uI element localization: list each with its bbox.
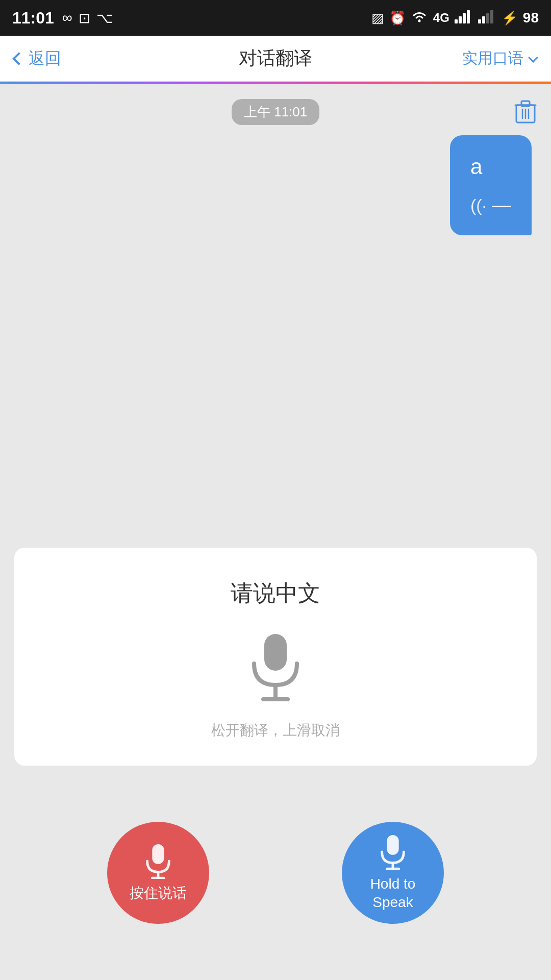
chat-bubble: a ((· — bbox=[450, 135, 532, 235]
svg-rect-11 bbox=[521, 101, 530, 106]
svg-rect-7 bbox=[486, 13, 489, 23]
svg-rect-21 bbox=[387, 835, 398, 855]
alarm-icon: ⏰ bbox=[389, 10, 406, 26]
vibrate-icon: ▨ bbox=[371, 10, 384, 26]
chinese-speak-button[interactable]: 按住说话 bbox=[107, 822, 209, 924]
microphone-icon bbox=[245, 629, 306, 700]
chevron-left-icon bbox=[12, 52, 25, 65]
svg-rect-5 bbox=[478, 19, 481, 23]
status-time: 11:01 bbox=[12, 9, 54, 28]
image-icon: ⊡ bbox=[79, 10, 90, 27]
nav-bar: 返回 对话翻译 实用口语 bbox=[0, 36, 551, 82]
chat-row: a ((· — bbox=[14, 135, 537, 235]
chevron-down-icon bbox=[528, 53, 538, 63]
audio-wave-icon: ((· bbox=[470, 192, 487, 218]
delete-button[interactable] bbox=[514, 99, 537, 130]
4g-icon: 4G bbox=[433, 11, 449, 25]
english-speak-button[interactable]: Hold to Speak bbox=[342, 822, 444, 924]
recording-title: 请说中文 bbox=[231, 578, 320, 608]
signal-bars2-icon bbox=[478, 9, 496, 27]
battery-level: 98 bbox=[523, 10, 539, 26]
useful-phrases-button[interactable]: 实用口语 bbox=[462, 48, 537, 69]
recording-hint: 松开翻译，上滑取消 bbox=[211, 721, 340, 740]
recording-card: 请说中文 松开翻译，上滑取消 bbox=[14, 548, 537, 766]
back-label: 返回 bbox=[29, 47, 61, 70]
chat-timestamp: 上午 11:01 bbox=[232, 99, 319, 125]
svg-rect-1 bbox=[455, 19, 458, 23]
bubble-audio: ((· — bbox=[470, 191, 511, 220]
audio-dash: — bbox=[492, 191, 511, 220]
nav-title: 对话翻译 bbox=[239, 46, 312, 71]
status-icons-right: ▨ ⏰ 4G ⚡ bbox=[371, 9, 539, 27]
svg-rect-3 bbox=[463, 13, 466, 23]
useful-phrases-label: 实用口语 bbox=[462, 48, 523, 69]
loop-icon: ∞ bbox=[62, 10, 72, 26]
svg-point-0 bbox=[418, 19, 420, 22]
svg-rect-15 bbox=[264, 634, 287, 671]
svg-rect-4 bbox=[467, 10, 470, 23]
svg-rect-2 bbox=[459, 16, 462, 23]
bubble-content: a ((· — bbox=[470, 151, 511, 220]
status-icons-left: ∞ ⊡ ⌥ bbox=[62, 10, 113, 27]
signal-bars-icon bbox=[455, 9, 473, 27]
chat-area: 上午 11:01 a ((· — bbox=[0, 84, 551, 548]
english-speak-label: Hold to Speak bbox=[370, 875, 416, 912]
chinese-speak-label: 按住说话 bbox=[130, 884, 187, 902]
wifi-icon bbox=[411, 9, 428, 27]
back-button[interactable]: 返回 bbox=[14, 47, 61, 70]
svg-rect-18 bbox=[152, 844, 164, 864]
bolt-icon: ⚡ bbox=[502, 10, 518, 26]
bottom-area: 按住说话 Hold to Speak bbox=[0, 766, 551, 980]
svg-rect-6 bbox=[482, 16, 485, 23]
status-bar: 11:01 ∞ ⊡ ⌥ ▨ ⏰ 4G bbox=[0, 0, 551, 36]
usb-icon: ⌥ bbox=[96, 10, 113, 27]
svg-rect-8 bbox=[490, 10, 493, 23]
bubble-letter: a bbox=[470, 151, 511, 183]
